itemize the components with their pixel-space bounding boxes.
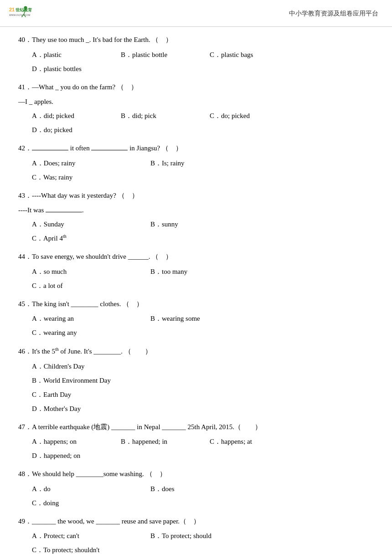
q47-options: A．happens; on B．happened; in C．happens; … (18, 436, 374, 462)
question-49: 49．_______ the wood, we _______ reuse an… (18, 516, 374, 554)
q45-stem: 45．The king isn't ________ clothes. （ ） (18, 298, 374, 310)
q47-stem: 47．A terrible earthquake (地震) _______ in… (18, 421, 374, 433)
q46-optD: D．Mother's Day (32, 403, 205, 415)
q49-options: A．Protect; can't B．To protect; should C．… (18, 530, 374, 554)
q45-options: A．wearing an B．wearing some C．wearing an… (18, 313, 374, 339)
header: 21 世纪教育 WWW.21CNJY.COM 中小学教育资源及组卷应用平台 (0, 0, 392, 27)
q41-stem: 41．—What _ you do on the farm? （ ） (18, 82, 374, 93)
q48-stem: 48．We should help ________some washing. … (18, 468, 374, 480)
q41-optD: D．do; picked (32, 124, 121, 136)
q47-optC: C．happens; at (210, 436, 299, 448)
q44-optB: B．too many (150, 266, 269, 278)
q45-optA: A．wearing an (32, 313, 150, 325)
q47-optB: B．happened; in (121, 436, 210, 448)
q43-stem: 43．----What day was it yesterday? （ ） (18, 190, 374, 202)
site-name: 中小学教育资源及组卷应用平台 (289, 10, 378, 18)
q40-optB: B．plastic bottle (121, 49, 210, 61)
q40-optD: D．plastic bottles (32, 63, 121, 75)
q43-optA: A．Sunday (32, 218, 150, 231)
question-41: 41．—What _ you do on the farm? （ ） —I _ … (18, 82, 374, 137)
content: 40．They use too much _. It's bad for the… (0, 27, 392, 554)
question-43: 43．----What day was it yesterday? （ ） --… (18, 190, 374, 245)
question-46: 46．It's the 5th of June. It's ________. … (18, 345, 374, 415)
q46-options-row2: C．Earth Day D．Mother's Day (18, 389, 374, 415)
q43-sub: ----It was . (18, 204, 374, 216)
q45-optB: B．wearing some (150, 313, 269, 325)
q48-options: A．do B．does C．doing (18, 483, 374, 509)
q44-optC: C．a lot of (32, 280, 150, 292)
question-42: 42． it often in Jiangsu? （ ） A．Does; rai… (18, 143, 374, 184)
q40-stem: 40．They use too much _. It's bad for the… (18, 34, 374, 46)
q40-optC: C．plastic bags (210, 49, 299, 61)
q49-optB: B．To protect; should (150, 530, 269, 542)
q40-optA: A．plastic (32, 49, 121, 61)
q47-optD: D．happened; on (32, 450, 121, 462)
q41-optB: B．did; pick (121, 110, 210, 122)
question-40: 40．They use too much _. It's bad for the… (18, 34, 374, 75)
q48-optB: B．does (150, 483, 269, 495)
q41-sub: —I _ apples. (18, 96, 374, 108)
q44-optA: A．so much (32, 266, 150, 278)
q49-stem: 49．_______ the wood, we _______ reuse an… (18, 516, 374, 528)
q41-optC: C．do; picked (210, 110, 299, 122)
q41-options: A．did; picked B．did; pick C．do; picked D… (18, 110, 374, 136)
q41-optA: A．did; picked (32, 110, 121, 122)
question-47: 47．A terrible earthquake (地震) _______ in… (18, 421, 374, 462)
q43-optB: B．sunny (150, 218, 269, 231)
question-48: 48．We should help ________some washing. … (18, 468, 374, 509)
logo-area: 21 世纪教育 WWW.21CNJY.COM (9, 5, 32, 23)
q42-options: A．Does; rainy B．Is; rainy C．Was; rainy (18, 157, 374, 184)
svg-text:WWW.21CNJY.COM: WWW.21CNJY.COM (9, 14, 30, 16)
q43-options: A．Sunday B．sunny C．April 4th (18, 218, 374, 245)
q44-stem: 44．To save energy, we shouldn't drive __… (18, 251, 374, 263)
q42-optC: C．Was; rainy (32, 171, 150, 184)
q46-options-row1: A．Children's Day B．World Environment Day (18, 360, 374, 387)
question-45: 45．The king isn't ________ clothes. （ ） … (18, 298, 374, 339)
q42-optB: B．Is; rainy (150, 157, 269, 169)
svg-text:21: 21 (9, 7, 15, 12)
q48-optC: C．doing (32, 497, 150, 509)
q49-optC: C．To protect; shouldn't (32, 544, 150, 554)
q45-optC: C．wearing any (32, 327, 150, 339)
q43-optC: C．April 4th (32, 232, 150, 245)
question-44: 44．To save energy, we shouldn't drive __… (18, 251, 374, 292)
q40-options: A．plastic B．plastic bottle C．plastic bag… (18, 49, 374, 75)
logo-icon: 21 世纪教育 WWW.21CNJY.COM (9, 5, 32, 23)
q48-optA: A．do (32, 483, 150, 495)
q46-optC: C．Earth Day (32, 389, 205, 401)
q42-stem: 42． it often in Jiangsu? （ ） (18, 143, 374, 154)
q46-optA: A．Children's Day (32, 360, 205, 373)
q44-options: A．so much B．too many C．a lot of (18, 266, 374, 292)
q46-stem: 46．It's the 5th of June. It's ________. … (18, 345, 374, 358)
q47-optA: A．happens; on (32, 436, 121, 448)
q46-optB: B．World Environment Day (32, 374, 205, 387)
q49-optA: A．Protect; can't (32, 530, 150, 542)
svg-text:世纪教育: 世纪教育 (15, 7, 32, 12)
q42-optA: A．Does; rainy (32, 157, 150, 169)
